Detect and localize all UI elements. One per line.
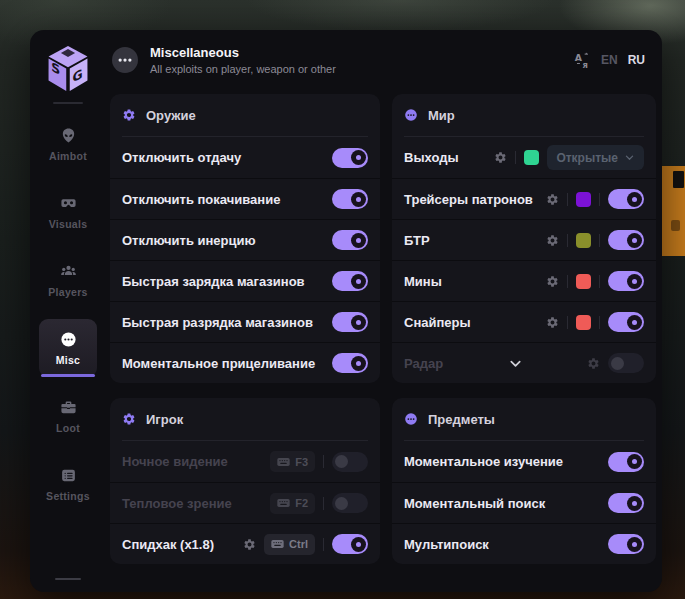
feature-label: Отключить покачивание [122, 192, 280, 207]
list-icon [60, 467, 77, 484]
sidebar-item-loot[interactable]: Loot [39, 387, 97, 445]
divider [323, 455, 324, 468]
keyboard-icon [277, 457, 290, 467]
sidebar-item-label: Visuals [49, 218, 88, 230]
toggle-switch[interactable] [332, 230, 368, 250]
feature-row: Мины [392, 260, 656, 301]
briefcase-icon [60, 399, 77, 416]
color-swatch[interactable] [524, 150, 539, 165]
feature-label: Моментальный поиск [404, 496, 545, 511]
dropdown-value: Открытые [556, 151, 618, 165]
expand-control[interactable] [451, 356, 579, 371]
sidebar-divider [53, 102, 83, 104]
dots-circle-icon [404, 108, 418, 122]
toggle-switch[interactable] [332, 189, 368, 209]
gear-icon[interactable] [546, 193, 559, 206]
sidebar-item-visuals[interactable]: Visuals [39, 183, 97, 241]
toggle-switch[interactable] [332, 493, 368, 513]
toggle-switch[interactable] [608, 493, 644, 513]
keyboard-icon [277, 498, 290, 508]
ellipsis-circle-icon [112, 47, 138, 73]
color-swatch[interactable] [576, 315, 591, 330]
sidebar-collapse-handle[interactable] [55, 578, 81, 580]
hotkey-badge[interactable]: F2 [270, 493, 315, 514]
feature-row: Отключить инерцию [110, 219, 380, 260]
divider [567, 234, 568, 247]
toggle-switch[interactable] [608, 230, 644, 250]
chevron-down-icon [624, 152, 635, 163]
lang-option-ru[interactable]: RU [628, 53, 645, 67]
game-world-sign [661, 166, 685, 256]
toggle-switch[interactable] [608, 312, 644, 332]
divider [323, 538, 324, 551]
section-items: Предметы Моментальное изучение Моменталь… [392, 398, 656, 564]
dots-circle-icon [404, 412, 418, 426]
feature-row: Трейсеры патронов [392, 178, 656, 219]
hotkey-badge[interactable]: F3 [270, 451, 315, 472]
sidebar-item-label: Settings [46, 490, 90, 502]
feature-label: Отключить отдачу [122, 150, 241, 165]
feature-row: Быстрая зарядка магазинов [110, 260, 380, 301]
toggle-switch[interactable] [608, 534, 644, 554]
section-title: Оружие [146, 108, 196, 123]
color-swatch[interactable] [576, 274, 591, 289]
divider [567, 193, 568, 206]
color-swatch[interactable] [576, 233, 591, 248]
feature-row: Выходы Открытые [392, 137, 656, 178]
toggle-switch[interactable] [332, 452, 368, 472]
section-title: Игрок [146, 412, 183, 427]
feature-label: Быстрая разрядка магазинов [122, 315, 313, 330]
language-switcher: EN RU [574, 52, 645, 69]
toggle-switch[interactable] [332, 353, 368, 373]
hotkey-label: F2 [295, 497, 308, 509]
toggle-switch[interactable] [332, 271, 368, 291]
toggle-switch[interactable] [332, 148, 368, 168]
toggle-switch[interactable] [608, 189, 644, 209]
gear-icon[interactable] [546, 316, 559, 329]
sidebar-item-misc[interactable]: Misc [39, 319, 97, 377]
toggle-switch[interactable] [608, 271, 644, 291]
ellipsis-circle-icon [60, 331, 77, 348]
gear-icon[interactable] [546, 234, 559, 247]
page-header: Miscellaneous All exploits on player, we… [106, 30, 662, 90]
feature-row: Снайперы [392, 301, 656, 342]
toggle-switch[interactable] [332, 534, 368, 554]
divider [599, 193, 600, 206]
divider [515, 151, 516, 164]
feature-label: Быстрая зарядка магазинов [122, 274, 305, 289]
section-weapon: Оружие Отключить отдачу Отключить покачи… [110, 94, 380, 383]
feature-label: Мультипоиск [404, 537, 489, 552]
sidebar-item-settings[interactable]: Settings [39, 455, 97, 513]
sidebar-item-label: Misc [56, 354, 81, 366]
gear-icon[interactable] [546, 275, 559, 288]
gear-icon[interactable] [494, 151, 507, 164]
feature-label: Мины [404, 274, 442, 289]
toggle-switch[interactable] [332, 312, 368, 332]
toggle-switch[interactable] [608, 452, 644, 472]
feature-label: Трейсеры патронов [404, 192, 533, 207]
feature-row: Моментальное изучение [392, 441, 656, 482]
gear-icon[interactable] [243, 538, 256, 551]
section-world: Мир Выходы Открытые [392, 94, 656, 383]
sidebar-item-players[interactable]: Players [39, 251, 97, 309]
dropdown-select[interactable]: Открытые [547, 145, 644, 170]
hotkey-badge[interactable]: Ctrl [264, 534, 315, 555]
purple-cube-logo-icon [45, 44, 91, 94]
keyboard-icon [271, 539, 284, 549]
divider [567, 275, 568, 288]
divider [599, 234, 600, 247]
sidebar-item-aimbot[interactable]: Aimbot [39, 115, 97, 173]
feature-label: Снайперы [404, 315, 471, 330]
game-background: Aimbot Visuals Players Misc Loot Setting… [0, 0, 685, 599]
hotkey-label: F3 [295, 456, 308, 468]
feature-label: Отключить инерцию [122, 233, 256, 248]
sidebar-item-label: Players [48, 286, 87, 298]
sidebar: Aimbot Visuals Players Misc Loot Setting… [30, 30, 106, 592]
divider [323, 497, 324, 510]
feature-label: Выходы [404, 150, 459, 165]
lang-option-en[interactable]: EN [601, 53, 618, 67]
color-swatch[interactable] [576, 192, 591, 207]
toggle-switch[interactable] [608, 353, 644, 373]
section-title: Предметы [428, 412, 495, 427]
gear-icon[interactable] [587, 357, 600, 370]
